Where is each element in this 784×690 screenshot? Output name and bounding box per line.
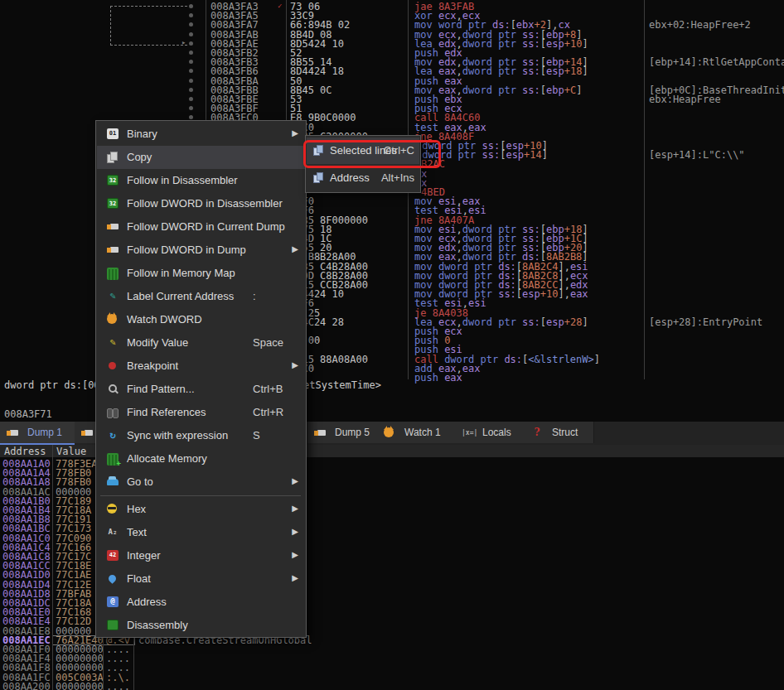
submenu-item-label: Address	[330, 171, 370, 184]
jump-arrow-bracket	[110, 6, 187, 46]
tab-dump-1[interactable]: Dump 1	[0, 422, 75, 443]
menu-item-follow-dword-in-current-dump[interactable]: Follow DWORD in Current Dump	[97, 215, 305, 239]
breakpoint-dot-icon[interactable]	[189, 51, 193, 55]
truck-icon	[81, 427, 93, 438]
disasm-row[interactable]: 008A3FB68D4424 18lea eax,dword ptr ss:[e…	[0, 66, 784, 76]
menu-item-allocate-memory[interactable]: Allocate Memory	[97, 447, 305, 470]
menu-item-label: Follow DWORD in Dump	[127, 244, 246, 256]
tab-struct[interactable]: ?Struct	[525, 422, 594, 443]
menu-item-label: Integer	[127, 549, 160, 562]
menu-item-label: Follow in Memory Map	[127, 267, 235, 279]
breakpoint-dot-icon[interactable]	[189, 13, 193, 17]
menu-item-shortcut: Space	[253, 336, 283, 349]
menu-item-binary[interactable]: 01Binary▶	[97, 123, 305, 146]
menu-item-address[interactable]: @Address	[97, 591, 305, 614]
menu-item-copy[interactable]: Copy	[97, 146, 305, 169]
dump-address: 008AA200	[2, 682, 51, 690]
menu-item-sync-with-expression[interactable]: ↻Sync with expressionS	[97, 424, 305, 447]
breakpoint-dot-icon[interactable]	[189, 4, 193, 8]
menu-item-label: Address	[127, 596, 167, 608]
menu-item-shortcut: Ctrl+R	[253, 406, 283, 418]
disasm-row[interactable]: 008A3FBE53push ebxebx:HeapFree	[0, 94, 784, 104]
magnify-icon	[107, 384, 119, 394]
binary-icon: 01	[107, 128, 119, 139]
dump-value: 00000000	[56, 682, 104, 690]
menu-item-label: Sync with expression	[127, 429, 228, 442]
annotation-highlight-box	[303, 140, 441, 168]
struct-icon: ?	[531, 427, 543, 438]
menu-item-label: Modify Value	[127, 336, 188, 349]
menu-item-float[interactable]: Float▶	[97, 567, 305, 591]
truck-icon	[7, 427, 18, 438]
info-line-left: dword ptr ds:[00	[4, 379, 100, 391]
locals-icon: |x=|	[462, 427, 473, 438]
cat-icon	[384, 427, 394, 437]
menu-item-modify-value[interactable]: ✎Modify ValueSpace	[97, 331, 305, 355]
breakpoint-dot-icon[interactable]	[189, 115, 193, 119]
menu-item-follow-in-disassembler[interactable]: 32Follow in Disassembler	[97, 169, 305, 192]
tab-dump-partial[interactable]	[75, 422, 96, 443]
pencil-yellow-icon: ✎	[107, 337, 119, 348]
menu-item-label: Float	[127, 572, 151, 585]
submenu-arrow-icon: ▶	[292, 476, 298, 485]
breakpoint-dot-icon[interactable]	[189, 106, 193, 110]
menu-item-label: Copy	[127, 151, 152, 163]
menu-item-label: Label Current Address	[127, 290, 234, 302]
disasm-instruction: push eax	[414, 373, 462, 383]
submenu-item-address[interactable]: AddressAlt+Ins	[307, 165, 419, 191]
dump-row[interactable]: 008AA20000000000....	[0, 682, 784, 690]
breakpoint-dot-icon[interactable]	[189, 32, 193, 36]
truck-icon	[314, 427, 326, 438]
menu-item-follow-dword-in-disassembler[interactable]: 32Follow DWORD in Disassembler	[97, 192, 305, 215]
book-at-icon: @	[107, 596, 119, 607]
disasm-row[interactable]: 008A3FBF51push ecx	[0, 104, 784, 113]
breakpoint-dot-icon[interactable]	[189, 22, 193, 27]
chip-icon	[107, 620, 119, 630]
breakpoint-dot-icon[interactable]	[189, 97, 193, 101]
menu-item-find-references[interactable]: Find ReferencesCtrl+R	[97, 401, 305, 424]
menu-item-disassembly[interactable]: Disassembly	[97, 614, 305, 637]
menu-item-label: Go to	[127, 475, 153, 488]
menu-item-label: Find References	[127, 406, 206, 418]
breakpoint-dot-icon[interactable]	[189, 60, 193, 64]
disasm-row[interactable]: 008A3FB38B55 14mov edx,dword ptr ss:[ebp…	[0, 57, 784, 67]
menu-item-watch-dword[interactable]: Watch DWORD	[97, 308, 305, 331]
menu-item-follow-in-memory-map[interactable]: Follow in Memory Map	[97, 262, 305, 285]
menu-item-follow-dword-in-dump[interactable]: Follow DWORD in Dump▶	[97, 239, 305, 262]
breakpoint-dot-icon[interactable]	[189, 79, 193, 83]
menu-item-label-current-address[interactable]: ✎Label Current Address:	[97, 285, 305, 308]
menu-item-shortcut: Ctrl+B	[253, 383, 283, 395]
pencil-teal-icon: ✎	[107, 291, 119, 302]
menu-item-text[interactable]: A₂Text▶	[97, 521, 305, 544]
tab-label: Dump 1	[27, 422, 62, 443]
menu-item-find-pattern[interactable]: Find Pattern...Ctrl+B	[97, 378, 305, 401]
disasm-comment: ebx+02:HeapFree+2	[649, 20, 751, 30]
binoculars-icon	[107, 407, 119, 417]
menu-item-label: Find Pattern...	[127, 383, 195, 395]
breakpoint-dot-icon[interactable]	[189, 41, 193, 46]
disasm-comment: [esp+28]:EntryPoint	[649, 317, 762, 327]
menu-item-label: Allocate Memory	[127, 452, 207, 465]
menu-item-hex[interactable]: Hex▶	[97, 498, 305, 521]
menu-item-breakpoint[interactable]: Breakpoint▶	[97, 355, 305, 378]
copy-addr-icon	[313, 172, 325, 183]
info-line-right: etSystemTime>	[303, 379, 381, 391]
disasm-comment: [ebp+14]:RtlGetAppContai	[649, 57, 784, 67]
tab-dump-5[interactable]: Dump 5	[307, 422, 378, 443]
menu-item-integer[interactable]: 42Integer▶	[97, 544, 305, 567]
tab-watch-1[interactable]: Watch 1	[377, 422, 456, 443]
menu-item-shortcut: S	[253, 429, 260, 442]
sync-icon: ↻	[107, 430, 119, 441]
ram-plus-icon	[107, 453, 119, 466]
truck-icon	[107, 221, 119, 232]
tab-locals[interactable]: |x=|Locals	[455, 422, 525, 443]
breakpoint-dot-icon[interactable]	[189, 69, 193, 73]
cat-icon	[107, 314, 117, 324]
car-icon	[107, 479, 119, 485]
copy-icon	[107, 152, 119, 162]
instruction-token: push	[414, 372, 444, 384]
menu-item-go-to[interactable]: Go to▶	[97, 470, 305, 494]
submenu-arrow-icon: ▶	[292, 527, 298, 536]
breakpoint-dot-icon[interactable]	[189, 88, 193, 92]
dot-red-icon	[109, 362, 116, 369]
